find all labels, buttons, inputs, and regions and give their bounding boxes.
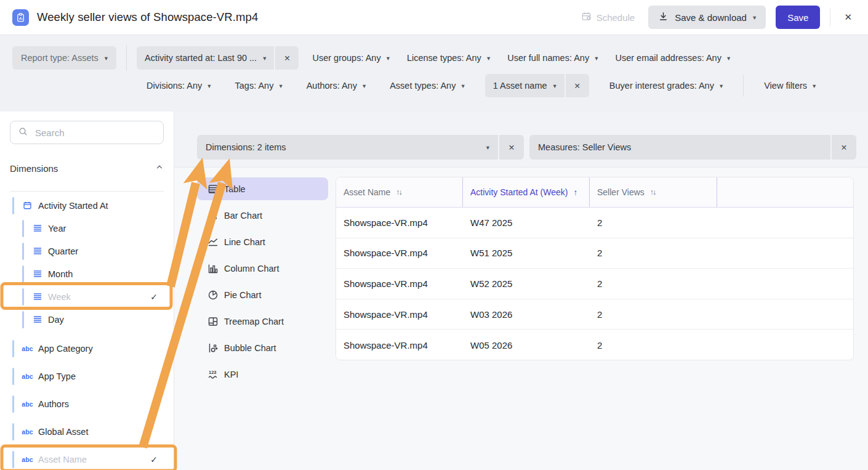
chart-type-column[interactable]: Column Chart — [197, 257, 328, 280]
close-icon[interactable]: ✕ — [840, 9, 856, 25]
filter-user-full-names[interactable]: User full names: Any ▾ — [504, 52, 601, 63]
close-icon: ✕ — [574, 81, 581, 91]
sort-asc-icon: ↑ — [573, 188, 577, 197]
pie-chart-icon — [207, 290, 219, 301]
dimensions-section-header[interactable]: Dimensions — [10, 159, 164, 177]
table-row: Showspace-VR.mp4 W51 2025 2 — [336, 238, 853, 269]
filter-asset-types[interactable]: Asset types: Any ▾ — [386, 80, 468, 91]
sidebar-item-quarter[interactable]: Quarter — [10, 240, 165, 262]
remove-dimensions-button[interactable]: ✕ — [499, 135, 524, 160]
list-icon — [32, 315, 42, 323]
cell-seller-views: 2 — [590, 269, 717, 299]
column-header-asset-name[interactable]: Asset Name ↑↓ — [336, 177, 463, 207]
calendar-clock-icon — [581, 11, 592, 23]
sidebar-item-activity-started-at[interactable]: Activity Started At — [10, 194, 165, 217]
chart-type-kpi[interactable]: 123 KPI — [197, 363, 328, 386]
remove-asset-name-filter-button[interactable]: ✕ — [566, 74, 589, 97]
sidebar-item-app-type[interactable]: abc App Type — [10, 365, 165, 387]
list-icon — [32, 247, 42, 255]
chart-type-pie[interactable]: Pie Chart — [197, 283, 328, 306]
filter-buyer-interest-grades[interactable]: Buyer interest grades: Any ▾ — [606, 80, 726, 91]
filter-asset-name-label: 1 Asset name — [493, 81, 547, 91]
line-chart-icon — [207, 237, 219, 248]
chevron-down-icon: ▾ — [813, 83, 816, 89]
app-header: Weekly seller views of Showspace-VR.mp4 … — [0, 0, 868, 35]
dimensions-chip-group: Dimensions: 2 items ▾ ✕ — [197, 135, 524, 160]
filter-tags[interactable]: Tags: Any ▾ — [231, 80, 286, 91]
chevron-down-icon: ▾ — [461, 83, 464, 89]
abc-icon: abc — [22, 400, 33, 408]
header-left: Weekly seller views of Showspace-VR.mp4 — [12, 9, 258, 26]
list-icon — [32, 224, 42, 232]
search-icon — [18, 126, 28, 139]
filter-row-1: Report type: Assets ▾ Activity started a… — [12, 46, 856, 70]
tree-rail — [22, 243, 24, 260]
chevron-down-icon: ▾ — [105, 55, 108, 62]
cell-week: W05 2026 — [463, 330, 590, 360]
search-input[interactable] — [34, 127, 156, 139]
filter-divisions[interactable]: Divisions: Any ▾ — [143, 80, 215, 91]
results-table: Asset Name ↑↓ Activity Started At (Week)… — [336, 177, 854, 360]
table-row: Showspace-VR.mp4 W03 2026 2 — [336, 299, 853, 330]
sidebar-item-app-category[interactable]: abc App Category — [10, 337, 165, 360]
dimensions-chip-label: Dimensions: 2 items — [206, 142, 286, 152]
kpi-icon: 123 — [207, 369, 219, 380]
sidebar-item-authors[interactable]: abc Authors — [10, 392, 165, 415]
measures-chip-label: Measures: Seller Views — [538, 142, 631, 152]
chart-type-line[interactable]: Line Chart — [197, 230, 328, 253]
filter-asset-name[interactable]: 1 Asset name ▾ — [485, 74, 565, 97]
chevron-down-icon: ▾ — [279, 83, 282, 89]
cell-week: W47 2025 — [463, 208, 590, 238]
chart-type-bar[interactable]: Bar Chart — [197, 204, 328, 227]
filter-divider — [743, 75, 744, 97]
chevron-down-icon: ▾ — [207, 83, 211, 89]
save-download-button[interactable]: Save & download ▾ — [648, 6, 766, 29]
chevron-down-icon: ▾ — [727, 55, 730, 62]
save-button[interactable]: Save — [776, 6, 820, 29]
sidebar-item-week[interactable]: Week ✓ — [10, 285, 165, 308]
dimensions-chip[interactable]: Dimensions: 2 items ▾ — [197, 135, 498, 160]
cell-asset-name: Showspace-VR.mp4 — [336, 208, 463, 238]
tree-rail — [12, 451, 14, 468]
search-box — [10, 121, 164, 144]
filter-report-type-label: Report type: Assets — [21, 53, 98, 63]
cell-week: W52 2025 — [463, 269, 590, 299]
chart-type-menu: Table Bar Chart Line Chart — [197, 177, 328, 386]
remove-measures-button[interactable]: ✕ — [832, 135, 856, 160]
filter-report-type[interactable]: Report type: Assets ▾ — [12, 46, 116, 70]
filter-activity-started[interactable]: Activity started at: Last 90 ... ▾ — [137, 46, 274, 70]
view-filters-button[interactable]: View filters ▾ — [760, 80, 819, 91]
column-chart-icon — [207, 263, 219, 274]
filter-user-groups[interactable]: User groups: Any ▾ — [308, 52, 393, 63]
chevron-up-icon[interactable] — [155, 163, 164, 174]
filter-authors[interactable]: Authors: Any ▾ — [303, 80, 370, 91]
chart-type-treemap[interactable]: Treemap Chart — [197, 310, 328, 333]
tree-rail — [12, 423, 14, 440]
measures-chip[interactable]: Measures: Seller Views — [529, 135, 830, 160]
abc-icon: abc — [22, 373, 33, 380]
sidebar-item-global-asset[interactable]: abc Global Asset — [10, 420, 165, 443]
sidebar-item-asset-name[interactable]: abc Asset Name ✓ — [10, 448, 165, 470]
filter-license-types[interactable]: License types: Any ▾ — [403, 52, 494, 63]
cell-asset-name: Showspace-VR.mp4 — [336, 238, 463, 269]
cell-seller-views: 2 — [590, 330, 717, 360]
filter-user-email-addresses[interactable]: User email addresses: Any ▾ — [611, 52, 734, 63]
cell-asset-name: Showspace-VR.mp4 — [336, 299, 463, 330]
tree-rail — [12, 395, 14, 413]
chevron-down-icon: ▾ — [263, 55, 266, 62]
sort-icon: ↑↓ — [396, 188, 401, 197]
column-header-activity-started-week[interactable]: Activity Started At (Week) ↑ — [463, 177, 590, 207]
cell-seller-views: 2 — [590, 299, 717, 330]
sidebar-item-year[interactable]: Year — [10, 217, 165, 240]
chevron-down-icon: ▾ — [363, 83, 366, 89]
filter-activity-started-label: Activity started at: Last 90 ... — [145, 53, 257, 63]
schedule-label: Schedule — [597, 12, 635, 23]
remove-activity-filter-button[interactable]: ✕ — [275, 46, 299, 70]
column-header-seller-views[interactable]: Seller Views ↑↓ — [590, 177, 717, 207]
sidebar-item-day[interactable]: Day — [10, 308, 165, 331]
chevron-down-icon: ▾ — [553, 83, 557, 89]
schedule-button[interactable]: Schedule — [577, 10, 639, 24]
sidebar-item-month[interactable]: Month — [10, 262, 165, 285]
chart-type-bubble[interactable]: Bubble Chart — [197, 336, 328, 359]
chart-type-table[interactable]: Table — [197, 177, 328, 200]
